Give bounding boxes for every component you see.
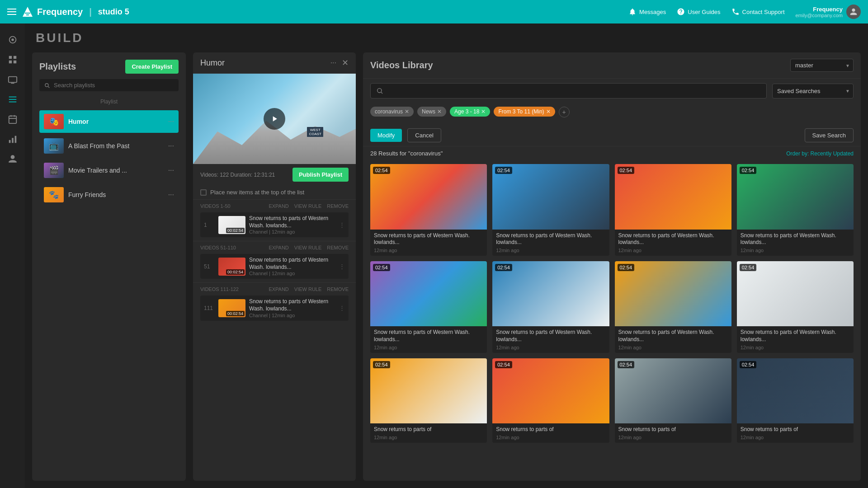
video-card-9[interactable]: 02:54 Snow returns to parts of 12min ago (370, 358, 487, 443)
video-more-1[interactable]: ⋮ (339, 221, 345, 228)
tag-close-duration[interactable]: ✕ (546, 108, 551, 115)
video-card-info-11: Snow returns to parts of 12min ago (615, 423, 731, 443)
sidebar-item-home[interactable] (4, 31, 22, 49)
video-title-3: Snow returns to parts of Western Wash. l… (249, 298, 335, 312)
saved-searches-select[interactable]: Saved Searches (772, 84, 854, 99)
video-thumb-card-10: 02:54 (492, 358, 609, 424)
video-duration-1: 00:02:54 (226, 228, 245, 233)
sidebar-item-tv[interactable] (4, 70, 22, 89)
remove-button-2[interactable]: REMOVE (327, 245, 349, 250)
expand-button-2[interactable]: EXPAND (269, 245, 288, 250)
hamburger-menu[interactable] (7, 9, 16, 15)
logo-divider: | (89, 7, 92, 17)
playlist-item-blast[interactable]: 📺 A Blast From the Past ··· (39, 135, 179, 157)
playlist-item-movie[interactable]: 🎬 Movie Trailers and ... ··· (39, 159, 179, 182)
publish-playlist-button[interactable]: Publish Playlist (292, 168, 349, 182)
expand-button-3[interactable]: EXPAND (269, 286, 288, 292)
video-card-4[interactable]: 02:54 Snow returns to parts of Western W… (737, 164, 854, 256)
play-button[interactable] (264, 108, 285, 130)
editor-dots-button[interactable]: ··· (330, 59, 336, 67)
top-navigation: Frequency | studio 5 Messages User Guide… (0, 0, 868, 23)
video-card-7[interactable]: 02:54 Snow returns to parts of Western W… (615, 261, 731, 353)
video-card-info-12: Snow returns to parts of 12min ago (737, 423, 854, 443)
place-at-top-checkbox[interactable] (200, 189, 207, 196)
tag-close-news[interactable]: ✕ (437, 108, 442, 115)
video-meta: Videos: 122 Duration: 12:31:21 (200, 172, 275, 178)
sidebar-item-calendar[interactable] (4, 110, 22, 128)
app-logo: Frequency | studio 5 (22, 6, 129, 18)
user-info[interactable]: Frequency emily@company.com (796, 5, 861, 19)
create-playlist-button[interactable]: Create Playlist (125, 60, 179, 74)
cancel-button[interactable]: Cancel (407, 128, 441, 142)
playlist-dots-humor[interactable]: ··· (168, 117, 174, 126)
messages-label: Messages (639, 9, 666, 15)
video-thumb-card-12: 02:54 (737, 358, 854, 424)
video-card-1[interactable]: 02:54 Snow returns to parts of Western W… (370, 164, 487, 256)
master-select[interactable]: master branch1 branch2 (790, 59, 854, 72)
video-info-3: Snow returns to parts of Western Wash. l… (249, 298, 335, 318)
playlists-panel: Playlists Create Playlist Playlist 🎭 Hum… (32, 52, 186, 481)
video-card-time-10: 12min ago (496, 435, 605, 440)
playlist-item-humor[interactable]: 🎭 Humor ··· (39, 110, 179, 133)
video-card-2[interactable]: 02:54 Snow returns to parts of Western W… (492, 164, 609, 256)
modify-button[interactable]: Modify (370, 129, 402, 142)
view-rule-button-1[interactable]: VIEW RULE (294, 203, 322, 209)
order-by-value[interactable]: Recently Updated (811, 150, 854, 157)
tag-add-button[interactable]: + (559, 107, 570, 117)
svg-rect-12 (9, 99, 16, 100)
avatar (846, 5, 861, 19)
lib-search-icon (376, 87, 383, 94)
svg-point-4 (11, 38, 14, 41)
tag-coronavirus: coronavirus ✕ (370, 107, 414, 117)
tag-close-coronavirus[interactable]: ✕ (405, 108, 409, 115)
video-group-2: VIDEOS 51-110 EXPAND VIEW RULE REMOVE 51… (193, 241, 356, 282)
svg-rect-6 (13, 56, 16, 59)
video-card-3[interactable]: 02:54 Snow returns to parts of Western W… (615, 164, 731, 256)
playlists-title: Playlists (39, 61, 76, 72)
sidebar-item-build[interactable] (4, 90, 22, 108)
video-card-12[interactable]: 02:54 Snow returns to parts of 12min ago (737, 358, 854, 443)
user-guides-label: User Guides (688, 9, 720, 15)
view-rule-button-3[interactable]: VIEW RULE (294, 286, 322, 292)
video-grid: 02:54 Snow returns to parts of Western W… (363, 160, 861, 481)
video-card-10[interactable]: 02:54 Snow returns to parts of 12min ago (492, 358, 609, 443)
playlist-search-input[interactable] (54, 82, 174, 89)
save-search-button[interactable]: Save Search (805, 128, 854, 142)
tag-duration: From 3 To 11 (Min) ✕ (494, 107, 555, 117)
editor-close-button[interactable]: ✕ (342, 58, 349, 68)
video-card-8[interactable]: 02:54 Snow returns to parts of Western W… (737, 261, 854, 353)
remove-button-3[interactable]: REMOVE (327, 286, 349, 292)
video-card-6[interactable]: 02:54 Snow returns to parts of Western W… (492, 261, 609, 353)
tag-close-age[interactable]: ✕ (481, 108, 486, 115)
view-rule-button-2[interactable]: VIEW RULE (294, 245, 322, 250)
video-card-time-3: 12min ago (618, 248, 728, 253)
remove-button-1[interactable]: REMOVE (327, 203, 349, 209)
playlist-dots-movie[interactable]: ··· (168, 166, 174, 174)
user-guides-nav[interactable]: User Guides (677, 8, 720, 16)
video-card-11[interactable]: 02:54 Snow returns to parts of 12min ago (615, 358, 731, 443)
sidebar-item-grid[interactable] (4, 51, 22, 69)
library-search-input[interactable] (387, 88, 761, 94)
playlist-thumb-blast: 📺 (44, 138, 64, 154)
playlist-thumb-furry: 🐾 (44, 187, 64, 202)
video-more-3[interactable]: ⋮ (339, 305, 345, 311)
playlist-dots-furry[interactable]: ··· (168, 191, 174, 199)
video-card-info-2: Snow returns to parts of Western Wash. l… (492, 230, 609, 256)
messages-nav[interactable]: Messages (628, 8, 666, 16)
playlist-list: 🎭 Humor ··· 📺 A Blast From the Past ··· … (39, 110, 179, 206)
video-card-5[interactable]: 02:54 Snow returns to parts of Western W… (370, 261, 487, 353)
video-title-2: Snow returns to parts of Western Wash. l… (249, 257, 335, 271)
sidebar-item-analytics[interactable] (4, 130, 22, 148)
video-thumb-card-3: 02:54 (615, 164, 731, 230)
video-more-2[interactable]: ⋮ (339, 263, 345, 270)
playlist-item-furry[interactable]: 🐾 Furry Friends ··· (39, 183, 179, 206)
video-card-duration-10: 02:54 (495, 361, 512, 368)
sidebar-item-user[interactable] (4, 150, 22, 168)
playlist-dots-blast[interactable]: ··· (168, 142, 174, 150)
build-icon (8, 94, 18, 104)
video-group-1: VIDEOS 1-50 EXPAND VIEW RULE REMOVE 1 00… (193, 199, 356, 241)
playlist-name-movie: Movie Trailers and ... (68, 167, 164, 174)
contact-support-nav[interactable]: Contact Support (731, 8, 785, 16)
video-card-time-11: 12min ago (618, 435, 728, 440)
expand-button-1[interactable]: EXPAND (269, 203, 288, 209)
